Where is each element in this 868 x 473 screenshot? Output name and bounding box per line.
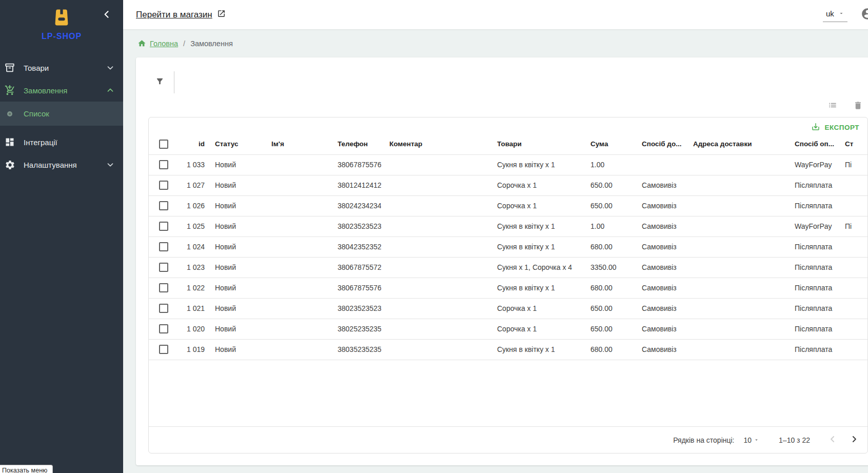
cell-id: 1 027 (171, 175, 207, 195)
sidebar-item-orders-list[interactable]: Список (0, 102, 123, 126)
cell-sum: 680.00 (582, 278, 634, 298)
cell-comment (381, 175, 489, 195)
cell-sum: 1.00 (582, 154, 634, 175)
table-row[interactable]: 1 026 Новий 380242342342 Сорочка x 1 650… (149, 195, 867, 216)
cell-payment-method: WayForPay (786, 216, 837, 236)
cell-comment (381, 298, 489, 319)
table-row[interactable]: 1 022 Новий 380678755765 Сукня в квітку … (149, 278, 867, 298)
row-checkbox[interactable] (159, 201, 168, 210)
row-checkbox[interactable] (159, 304, 168, 313)
breadcrumb-home-link[interactable]: Головна (150, 40, 178, 48)
table-row[interactable]: 1 019 Новий 380352352353 Сукня в квітку … (149, 339, 867, 360)
header-id[interactable]: id (171, 134, 207, 154)
cell-delivery-address (685, 298, 786, 319)
cell-phone: 380235235235 (329, 216, 381, 236)
cell-delivery-address (685, 339, 786, 360)
cell-delivery-method: Самовивіз (634, 298, 685, 319)
row-checkbox[interactable] (159, 345, 168, 354)
cell-status: Новий (207, 195, 263, 216)
cell-comment (381, 216, 489, 236)
previous-page-button[interactable] (825, 433, 840, 447)
cell-goods: Сукня в квітку x 1 (489, 339, 582, 360)
cell-status: Новий (207, 154, 263, 175)
cell-payment-method: Післяплата (786, 175, 837, 195)
row-checkbox[interactable] (159, 283, 168, 292)
next-page-button[interactable] (847, 433, 861, 447)
orders-table-body: 1 033 Новий 380678755765 Сукня в квітку … (149, 154, 867, 360)
cell-payment-status (837, 298, 867, 319)
cell-payment-status (837, 195, 867, 216)
header-status[interactable]: Статус (207, 134, 263, 154)
cell-delivery-method: Самовивіз (634, 278, 685, 298)
table-row[interactable]: 1 023 Новий 380678755722 Сукня x 1, Соро… (149, 257, 867, 278)
table-row[interactable]: 1 033 Новий 380678755765 Сукня в квітку … (149, 154, 867, 175)
rows-per-page-select[interactable]: 10 (744, 436, 760, 444)
cell-name (263, 216, 329, 236)
cell-id: 1 026 (171, 195, 207, 216)
header-delivery-method[interactable]: Спосіб до... (634, 134, 685, 154)
user-menu-button[interactable] (861, 7, 868, 23)
header-sum[interactable]: Сума (582, 134, 634, 154)
cell-goods: Сорочка x 1 (489, 298, 582, 319)
table-row[interactable]: 1 024 Новий 380423523523 Сукня в квітку … (149, 236, 867, 257)
table-row[interactable]: 1 027 Новий 380124124124 Сорочка x 1 650… (149, 175, 867, 195)
sidebar-item-label: Список (24, 109, 115, 118)
go-to-store-link[interactable]: Перейти в магазин (136, 9, 226, 20)
trash-icon[interactable] (853, 101, 863, 110)
sidebar-item-orders[interactable]: Замовлення (0, 79, 123, 102)
sidebar-collapse-button[interactable] (101, 9, 113, 22)
cell-delivery-address (685, 216, 786, 236)
cell-comment (381, 195, 489, 216)
sidebar-item-products[interactable]: Товари (0, 56, 123, 79)
cell-delivery-address (685, 278, 786, 298)
select-all-checkbox[interactable] (159, 140, 168, 149)
cell-name (263, 319, 329, 339)
filter-icon[interactable] (155, 77, 164, 88)
language-value: uk (826, 9, 834, 18)
cell-goods: Сорочка x 1 (489, 195, 582, 216)
sidebar-item-label: Товари (24, 64, 106, 72)
cell-payment-status: Пі (837, 216, 867, 236)
cell-payment-status (837, 278, 867, 298)
sidebar-item-integrations[interactable]: Інтеграції (0, 131, 123, 153)
orders-table-card: ЕКСПОРТ id Статус Ім'я (148, 117, 868, 454)
language-select[interactable]: uk (823, 7, 847, 22)
gear-icon (3, 160, 16, 170)
rows-per-page-value: 10 (744, 436, 752, 444)
cell-delivery-method: Самовивіз (634, 339, 685, 360)
cell-status: Новий (207, 175, 263, 195)
export-button[interactable]: ЕКСПОРТ (808, 120, 862, 135)
content-card: ЕКСПОРТ id Статус Ім'я (136, 57, 868, 465)
header-phone[interactable]: Телефон (329, 134, 381, 154)
row-checkbox[interactable] (159, 324, 168, 333)
header-goods[interactable]: Товари (489, 134, 582, 154)
table-row[interactable]: 1 020 Новий 380252352352 Сорочка x 1 650… (149, 319, 867, 339)
row-checkbox[interactable] (159, 242, 168, 251)
header-name[interactable]: Ім'я (263, 134, 329, 154)
cell-payment-status (837, 236, 867, 257)
cell-id: 1 023 (171, 257, 207, 278)
row-checkbox[interactable] (159, 222, 168, 231)
header-comment[interactable]: Коментар (381, 134, 489, 154)
chevron-right-icon (849, 434, 859, 446)
header-delivery-address[interactable]: Адреса доставки (685, 134, 786, 154)
cell-phone: 380242342342 (329, 195, 381, 216)
row-checkbox[interactable] (159, 181, 168, 190)
header-payment-status[interactable]: Ст (837, 134, 867, 154)
sidebar-item-settings[interactable]: Налаштування (0, 153, 123, 176)
header-payment-method[interactable]: Спосіб оп... (786, 134, 837, 154)
table-row[interactable]: 1 021 Новий 380235235235 Сорочка x 1 650… (149, 298, 867, 319)
cell-id: 1 021 (171, 298, 207, 319)
cell-delivery-address (685, 195, 786, 216)
cell-id: 1 024 (171, 236, 207, 257)
columns-list-icon[interactable] (827, 100, 838, 110)
row-checkbox[interactable] (159, 263, 168, 272)
go-to-store-label: Перейти в магазин (136, 10, 212, 20)
cell-name (263, 298, 329, 319)
cell-id: 1 025 (171, 216, 207, 236)
cell-status: Новий (207, 236, 263, 257)
chevron-left-icon (102, 9, 112, 22)
cell-payment-method: Післяплата (786, 278, 837, 298)
row-checkbox[interactable] (159, 160, 168, 169)
table-row[interactable]: 1 025 Новий 380235235235 Сукня в квітку … (149, 216, 867, 236)
